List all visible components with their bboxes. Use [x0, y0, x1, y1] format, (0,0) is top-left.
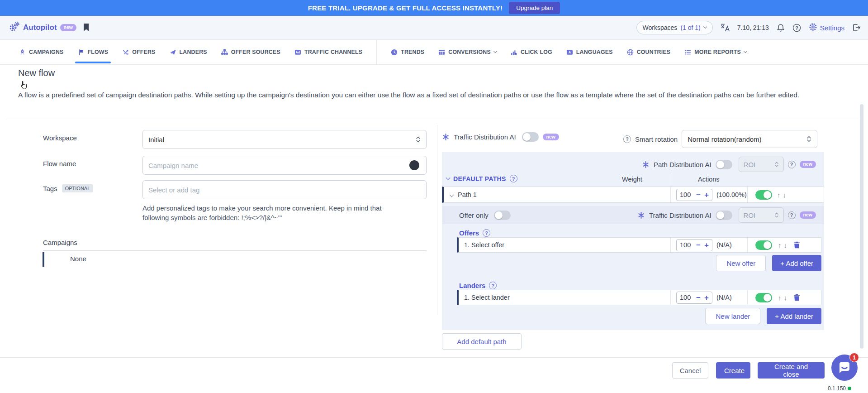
campaigns-label: Campaigns — [43, 239, 77, 246]
name-indicator-dot[interactable] — [409, 160, 419, 170]
globe-icon — [627, 49, 634, 56]
path-row[interactable]: Path 1 − + (100.00%) ↑ ↓ — [442, 187, 824, 203]
campaigns-marker — [43, 252, 44, 267]
offer-ai-toggle[interactable] — [716, 211, 732, 220]
minus-button[interactable]: − — [696, 294, 701, 302]
path-enabled-toggle[interactable] — [755, 190, 772, 200]
weight-column-header: Weight — [622, 176, 642, 183]
delete-offer-button[interactable] — [793, 241, 800, 249]
offer-only-toggle[interactable] — [494, 211, 511, 220]
upgrade-plan-button[interactable]: Upgrade plan — [509, 2, 560, 14]
offer-buttons: New offer + Add offer — [716, 255, 821, 271]
move-up-icon[interactable]: ↑ — [778, 294, 782, 302]
chat-bubble-icon — [838, 361, 851, 374]
nav-landers[interactable]: LANDERS — [170, 49, 207, 56]
page-description: A flow is a predefined set of campaign d… — [18, 91, 838, 100]
workspace-select[interactable]: Initial — [142, 130, 427, 149]
help-icon[interactable]: ? — [489, 282, 497, 289]
tags-help-text: Add personalized tags to make your searc… — [142, 204, 392, 222]
help-icon[interactable]: ? — [792, 24, 801, 32]
weight-input[interactable] — [680, 241, 693, 249]
nav-offers[interactable]: OFFERS — [122, 49, 155, 56]
nav-flows[interactable]: FLOWS — [78, 49, 109, 56]
minus-button[interactable]: − — [696, 191, 701, 199]
cancel-button[interactable]: Cancel — [672, 362, 708, 379]
create-button[interactable]: Create — [716, 362, 750, 379]
language-icon: A — [566, 49, 573, 56]
chevron-down-icon — [703, 25, 707, 29]
nav-trends[interactable]: TRENDS — [391, 49, 424, 56]
move-up-icon[interactable]: ↑ — [778, 241, 782, 249]
minus-button[interactable]: − — [696, 241, 701, 249]
smart-rotation-select[interactable]: Normal rotation(random) — [682, 130, 817, 148]
move-down-icon[interactable]: ↓ — [784, 294, 788, 302]
traffic-distribution-ai-row: Traffic Distribution AI new — [442, 132, 559, 142]
help-icon[interactable]: ? — [788, 211, 796, 219]
app-logo[interactable]: Autopilot new — [9, 21, 76, 34]
delete-lander-button[interactable] — [793, 294, 800, 301]
workspaces-dropdown[interactable]: Workspaces (1 of 1) — [636, 21, 713, 34]
plus-button[interactable]: + — [704, 241, 709, 249]
svg-text:Ad: Ad — [295, 51, 300, 54]
lander-buttons: New lander + Add lander — [705, 308, 821, 324]
rocket-icon — [19, 49, 26, 56]
nav-more-reports[interactable]: MORE REPORTS — [684, 49, 747, 56]
campaigns-value: None — [70, 255, 86, 263]
translate-icon[interactable] — [721, 24, 730, 32]
optional-badge: OPTIONAL — [62, 184, 94, 192]
path-ai-metric-select[interactable]: ROI — [739, 157, 784, 172]
settings-button[interactable]: Settings — [809, 23, 844, 33]
weight-input[interactable] — [680, 294, 693, 301]
help-icon[interactable]: ? — [510, 175, 517, 182]
lander-row[interactable]: 1. Select lander − + (N/A) ↑ ↓ — [457, 290, 821, 305]
campaigns-divider — [43, 250, 427, 251]
weight-input[interactable] — [680, 191, 693, 198]
path-ai-toggle[interactable] — [716, 160, 732, 169]
help-icon[interactable]: ? — [483, 229, 490, 237]
select-chevrons-icon — [416, 136, 421, 143]
flag-icon — [78, 49, 85, 56]
select-chevrons-icon — [774, 161, 779, 168]
lander-percent: (N/A) — [716, 294, 732, 301]
nav-traffic-channels[interactable]: Ad TRAFFIC CHANNELS — [294, 49, 362, 56]
offer-enabled-toggle[interactable] — [755, 240, 772, 250]
nav-countries[interactable]: COUNTRIES — [627, 49, 671, 56]
vertical-scrollbar[interactable] — [860, 104, 863, 349]
move-down-icon[interactable]: ↓ — [783, 191, 787, 199]
new-offer-button[interactable]: New offer — [716, 255, 766, 271]
new-lander-button[interactable]: New lander — [705, 308, 760, 324]
nav-languages[interactable]: A LANGUAGES — [566, 49, 613, 56]
offer-row[interactable]: 1. Select offer − + (N/A) ↑ ↓ — [457, 237, 821, 253]
tags-input[interactable] — [142, 180, 427, 199]
gears-icon — [9, 21, 20, 34]
add-lander-button[interactable]: + Add lander — [767, 308, 821, 324]
nav-conversions[interactable]: CONVERSIONS — [438, 49, 497, 56]
help-icon[interactable]: ? — [788, 161, 796, 168]
create-and-close-button[interactable]: Create and close — [758, 362, 825, 379]
plus-button[interactable]: + — [704, 191, 709, 199]
traffic-ai-toggle[interactable] — [522, 132, 539, 142]
nav-offer-sources[interactable]: OFFER SOURCES — [221, 49, 280, 56]
move-down-icon[interactable]: ↓ — [784, 241, 788, 249]
chat-widget-button[interactable]: 1 — [831, 355, 858, 381]
offer-ai-metric-select[interactable]: ROI — [739, 207, 784, 223]
paths-panel: Path Distribution AI ROI ? new DEFAULT P… — [442, 152, 824, 330]
notifications-bell-icon[interactable] — [777, 24, 785, 32]
nav-campaigns[interactable]: CAMPAIGNS — [19, 49, 64, 56]
help-icon[interactable]: ? — [623, 135, 631, 143]
version-label: 0.1.150 — [828, 385, 851, 392]
header-divider — [671, 172, 671, 187]
logout-icon[interactable] — [852, 24, 861, 32]
move-up-icon[interactable]: ↑ — [777, 191, 781, 199]
chevron-down-icon — [446, 176, 451, 180]
plus-button[interactable]: + — [704, 294, 709, 302]
nav-click-log[interactable]: CLICK LOG — [511, 49, 552, 56]
lander-enabled-toggle[interactable] — [755, 293, 772, 302]
default-paths-header[interactable]: DEFAULT PATHS ? — [446, 175, 517, 182]
workspaces-label: Workspaces — [643, 24, 678, 31]
bookmark-icon[interactable] — [83, 23, 90, 32]
path-weight-cell: − + (100.00%) — [670, 187, 747, 202]
add-offer-button[interactable]: + Add offer — [772, 255, 821, 271]
add-default-path-button[interactable]: Add default path — [442, 333, 522, 350]
flow-name-input[interactable] — [142, 156, 427, 175]
